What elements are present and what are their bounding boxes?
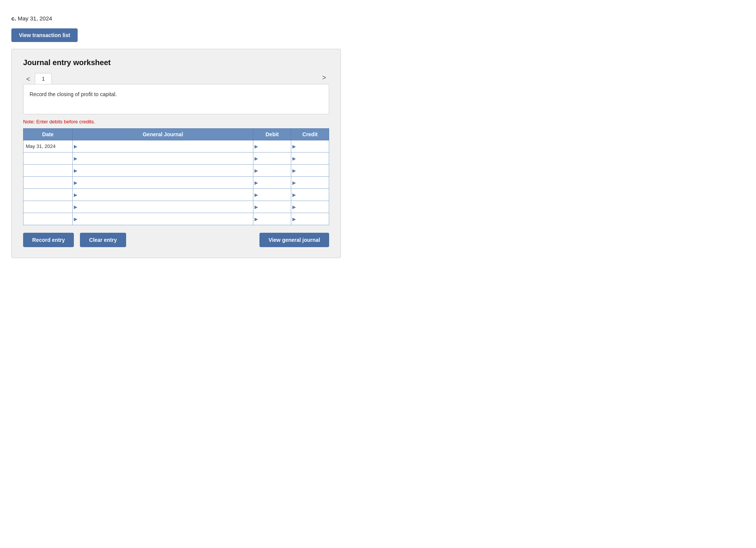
general-journal-input-6[interactable] bbox=[73, 213, 253, 225]
debit-input-5[interactable] bbox=[253, 201, 291, 213]
credit-input-5[interactable] bbox=[291, 201, 329, 213]
header-date: Date bbox=[23, 129, 73, 140]
cell-arrow-icon: ▶ bbox=[255, 216, 258, 222]
clear-entry-button[interactable]: Clear entry bbox=[80, 233, 126, 247]
instruction-box: Record the closing of profit to capital. bbox=[23, 84, 329, 114]
cell-arrow-icon: ▶ bbox=[255, 144, 258, 149]
credit-cell-2[interactable]: ▶ bbox=[291, 165, 329, 177]
date-cell-5 bbox=[23, 201, 73, 213]
table-row: ▶▶▶ bbox=[23, 213, 329, 225]
debit-input-6[interactable] bbox=[253, 213, 291, 225]
table-row: ▶▶▶ bbox=[23, 153, 329, 165]
date-cell-3 bbox=[23, 177, 73, 189]
cell-arrow-icon: ▶ bbox=[292, 204, 296, 210]
chevron-right-button[interactable]: > bbox=[319, 73, 329, 83]
debit-input-1[interactable] bbox=[253, 153, 291, 164]
debit-cell-6[interactable]: ▶ bbox=[253, 213, 291, 225]
date-cell-0: May 31, 2024 bbox=[23, 140, 73, 153]
debit-cell-2[interactable]: ▶ bbox=[253, 165, 291, 177]
credit-input-6[interactable] bbox=[291, 213, 329, 225]
cell-arrow-icon: ▶ bbox=[292, 216, 296, 222]
date-cell-6 bbox=[23, 213, 73, 225]
date-cell-2 bbox=[23, 165, 73, 177]
debit-cell-3[interactable]: ▶ bbox=[253, 177, 291, 189]
credit-input-0[interactable] bbox=[291, 140, 329, 152]
table-row: ▶▶▶ bbox=[23, 177, 329, 189]
general-journal-input-0[interactable] bbox=[73, 140, 253, 152]
date-cell-4 bbox=[23, 189, 73, 201]
cell-arrow-icon: ▶ bbox=[292, 144, 296, 149]
credit-cell-4[interactable]: ▶ bbox=[291, 189, 329, 201]
cell-arrow-icon: ▶ bbox=[74, 180, 77, 185]
header-general-journal: General Journal bbox=[73, 129, 253, 140]
view-transaction-list-button[interactable]: View transaction list bbox=[11, 28, 78, 42]
debit-input-0[interactable] bbox=[253, 140, 291, 152]
general-journal-cell-0[interactable]: ▶ bbox=[73, 140, 253, 153]
record-entry-button[interactable]: Record entry bbox=[23, 233, 74, 247]
cell-arrow-icon: ▶ bbox=[292, 192, 296, 198]
general-journal-cell-1[interactable]: ▶ bbox=[73, 153, 253, 165]
cell-arrow-icon: ▶ bbox=[255, 192, 258, 198]
cell-arrow-icon: ▶ bbox=[255, 204, 258, 210]
debit-cell-5[interactable]: ▶ bbox=[253, 201, 291, 213]
action-buttons-row: Record entry Clear entry View general jo… bbox=[23, 233, 329, 247]
credit-input-4[interactable] bbox=[291, 189, 329, 201]
table-header-row: Date General Journal Debit Credit bbox=[23, 129, 329, 140]
general-journal-input-1[interactable] bbox=[73, 153, 253, 164]
header-credit: Credit bbox=[291, 129, 329, 140]
cell-arrow-icon: ▶ bbox=[255, 180, 258, 185]
tab-1[interactable]: 1 bbox=[35, 73, 52, 84]
header-debit: Debit bbox=[253, 129, 291, 140]
cell-arrow-icon: ▶ bbox=[74, 216, 77, 222]
general-journal-input-5[interactable] bbox=[73, 201, 253, 213]
credit-cell-6[interactable]: ▶ bbox=[291, 213, 329, 225]
credit-cell-0[interactable]: ▶ bbox=[291, 140, 329, 153]
credit-cell-5[interactable]: ▶ bbox=[291, 201, 329, 213]
chevron-left-button[interactable]: < bbox=[23, 74, 33, 84]
note-text: Note: Enter debits before credits. bbox=[23, 119, 329, 125]
general-journal-input-3[interactable] bbox=[73, 177, 253, 188]
debit-cell-1[interactable]: ▶ bbox=[253, 153, 291, 165]
credit-cell-3[interactable]: ▶ bbox=[291, 177, 329, 189]
cell-arrow-icon: ▶ bbox=[292, 156, 296, 161]
cell-arrow-icon: ▶ bbox=[74, 168, 77, 173]
general-journal-input-2[interactable] bbox=[73, 165, 253, 176]
debit-input-2[interactable] bbox=[253, 165, 291, 176]
debit-cell-0[interactable]: ▶ bbox=[253, 140, 291, 153]
table-row: ▶▶▶ bbox=[23, 165, 329, 177]
debit-input-3[interactable] bbox=[253, 177, 291, 188]
credit-input-2[interactable] bbox=[291, 165, 329, 176]
general-journal-input-4[interactable] bbox=[73, 189, 253, 201]
credit-input-1[interactable] bbox=[291, 153, 329, 164]
cell-arrow-icon: ▶ bbox=[292, 180, 296, 185]
date-label: c. May 31, 2024 bbox=[11, 15, 745, 22]
cell-arrow-icon: ▶ bbox=[74, 144, 77, 149]
instruction-text: Record the closing of profit to capital. bbox=[30, 91, 117, 97]
tab-navigation: < 1 > bbox=[23, 73, 329, 84]
cell-arrow-icon: ▶ bbox=[74, 192, 77, 198]
cell-arrow-icon: ▶ bbox=[292, 168, 296, 173]
general-journal-cell-6[interactable]: ▶ bbox=[73, 213, 253, 225]
debit-cell-4[interactable]: ▶ bbox=[253, 189, 291, 201]
credit-input-3[interactable] bbox=[291, 177, 329, 188]
worksheet-title: Journal entry worksheet bbox=[23, 58, 329, 67]
cell-arrow-icon: ▶ bbox=[74, 156, 77, 161]
cell-arrow-icon: ▶ bbox=[74, 204, 77, 210]
journal-entry-worksheet: Journal entry worksheet < 1 > Record the… bbox=[11, 49, 341, 258]
table-row: ▶▶▶ bbox=[23, 201, 329, 213]
cell-arrow-icon: ▶ bbox=[255, 156, 258, 161]
date-cell-1 bbox=[23, 153, 73, 165]
table-row: ▶▶▶ bbox=[23, 189, 329, 201]
general-journal-cell-4[interactable]: ▶ bbox=[73, 189, 253, 201]
general-journal-cell-5[interactable]: ▶ bbox=[73, 201, 253, 213]
table-row: May 31, 2024▶▶▶ bbox=[23, 140, 329, 153]
view-general-journal-button[interactable]: View general journal bbox=[259, 233, 329, 247]
general-journal-cell-2[interactable]: ▶ bbox=[73, 165, 253, 177]
credit-cell-1[interactable]: ▶ bbox=[291, 153, 329, 165]
cell-arrow-icon: ▶ bbox=[255, 168, 258, 173]
general-journal-cell-3[interactable]: ▶ bbox=[73, 177, 253, 189]
debit-input-4[interactable] bbox=[253, 189, 291, 201]
journal-table: Date General Journal Debit Credit May 31… bbox=[23, 128, 329, 225]
